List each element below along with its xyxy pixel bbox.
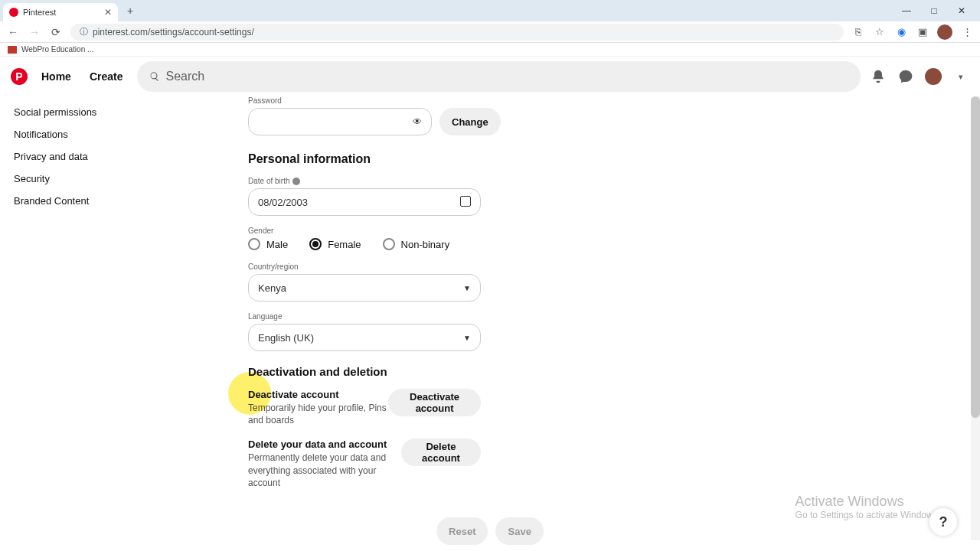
deactivate-button[interactable]: Deactivate account <box>388 389 481 416</box>
deactivate-row: Deactivate account Temporarily hide your… <box>248 389 481 426</box>
delete-row: Delete your data and account Permanently… <box>248 439 481 489</box>
account-chevron-icon[interactable]: ▾ <box>952 68 969 85</box>
browser-menu-icon[interactable]: ⋮ <box>960 25 974 39</box>
delete-button[interactable]: Delete account <box>401 439 481 466</box>
save-button[interactable]: Save <box>496 517 544 545</box>
sidebar-item-security[interactable]: Security <box>14 168 230 190</box>
deactivate-title: Deactivate account <box>248 389 388 400</box>
reset-button[interactable]: Reset <box>436 517 488 545</box>
sidebar-item-social[interactable]: Social permissions <box>14 101 230 123</box>
minimize-button[interactable]: — <box>897 3 916 18</box>
search-icon <box>149 71 160 82</box>
browser-tab-strip: Pinterest ✕ + — □ ✕ <box>0 0 980 21</box>
extension-icon[interactable]: ◉ <box>894 25 908 39</box>
gender-label: Gender <box>248 227 720 235</box>
profile-avatar-browser[interactable] <box>937 24 952 40</box>
bookmarks-bar: WebPro Education ... <box>0 43 980 57</box>
site-info-icon[interactable]: ⓘ <box>80 26 88 37</box>
password-input[interactable]: 👁 <box>248 108 432 135</box>
gender-radio-group: Male Female Non-binary <box>248 238 720 250</box>
page-scrollbar-track[interactable] <box>971 96 980 540</box>
profile-avatar[interactable] <box>925 68 942 85</box>
radio-icon <box>383 238 395 250</box>
search-bar[interactable]: Search <box>137 61 861 92</box>
radio-icon <box>248 238 260 250</box>
country-label: Country/region <box>248 262 720 271</box>
delete-desc: Permanently delete your data and everyth… <box>248 452 401 489</box>
install-app-icon[interactable]: ⎘ <box>851 25 865 39</box>
nav-home[interactable]: Home <box>37 70 76 83</box>
language-value: English (UK) <box>258 332 314 344</box>
dob-input[interactable]: 08/02/2003 <box>248 188 481 216</box>
nav-create[interactable]: Create <box>85 70 128 83</box>
sidebar-item-branded[interactable]: Branded Content <box>14 190 230 212</box>
reload-button[interactable]: ⟳ <box>49 25 63 39</box>
url-text: pinterest.com/settings/account-settings/ <box>93 27 254 37</box>
delete-title: Delete your data and account <box>248 439 401 450</box>
gender-male-option[interactable]: Male <box>248 238 288 250</box>
pinterest-logo[interactable]: P <box>11 68 28 85</box>
bookmark-star-icon[interactable]: ☆ <box>873 25 887 39</box>
bookmark-item[interactable]: WebPro Education ... <box>21 45 93 54</box>
gender-nonbinary-option[interactable]: Non-binary <box>383 238 450 250</box>
settings-sidebar: Social permissions Notifications Privacy… <box>0 96 230 551</box>
new-tab-button[interactable]: + <box>122 5 138 17</box>
messages-icon[interactable] <box>897 68 914 85</box>
back-button[interactable]: ← <box>6 25 20 39</box>
settings-main: Password 👁 Change Personal information D… <box>230 96 720 551</box>
calendar-icon[interactable] <box>460 196 471 209</box>
tab-title: Pinterest <box>23 8 56 17</box>
deactivate-desc: Temporarily hide your profile, Pins and … <box>248 402 388 426</box>
help-button[interactable]: ? <box>929 508 957 536</box>
gender-female-option[interactable]: Female <box>309 238 361 250</box>
password-label: Password <box>248 96 720 105</box>
browser-toolbar: ← → ⟳ ⓘ pinterest.com/settings/account-s… <box>0 21 980 43</box>
sidebar-item-notifications[interactable]: Notifications <box>14 123 230 145</box>
radio-checked-icon <box>309 238 322 250</box>
footer-actions: Reset Save <box>436 517 544 545</box>
notifications-bell-icon[interactable] <box>870 68 887 85</box>
bookmark-favicon <box>8 46 17 54</box>
window-controls: — □ ✕ <box>897 3 977 18</box>
country-value: Kenya <box>258 282 286 294</box>
close-window-button[interactable]: ✕ <box>952 3 971 18</box>
browser-tab[interactable]: Pinterest ✕ <box>3 3 118 21</box>
deactivation-heading: Deactivation and deletion <box>248 365 720 378</box>
change-password-button[interactable]: Change <box>439 108 501 135</box>
personal-info-heading: Personal information <box>248 152 720 166</box>
language-label: Language <box>248 312 720 321</box>
maximize-button[interactable]: □ <box>925 3 943 18</box>
pinterest-favicon <box>9 8 18 17</box>
sidebar-item-privacy[interactable]: Privacy and data <box>14 145 230 168</box>
country-select[interactable]: Kenya ▼ <box>248 274 481 302</box>
dob-label: Date of birth <box>248 177 720 185</box>
extensions-puzzle-icon[interactable]: ▣ <box>916 25 929 39</box>
search-placeholder: Search <box>166 70 205 83</box>
language-select[interactable]: English (UK) ▼ <box>248 324 481 351</box>
app-header: P Home Create Search ▾ <box>0 57 980 96</box>
close-tab-icon[interactable]: ✕ <box>104 7 112 18</box>
info-icon[interactable] <box>292 178 300 185</box>
forward-button[interactable]: → <box>28 25 41 39</box>
page-scrollbar-thumb[interactable] <box>971 96 980 418</box>
chevron-down-icon: ▼ <box>463 334 471 342</box>
address-bar[interactable]: ⓘ pinterest.com/settings/account-setting… <box>70 24 844 41</box>
show-password-icon[interactable]: 👁 <box>413 116 422 127</box>
windows-watermark: Activate Windows Go to Settings to activ… <box>795 494 940 520</box>
dob-value: 08/02/2003 <box>258 197 308 208</box>
chevron-down-icon: ▼ <box>463 284 471 292</box>
